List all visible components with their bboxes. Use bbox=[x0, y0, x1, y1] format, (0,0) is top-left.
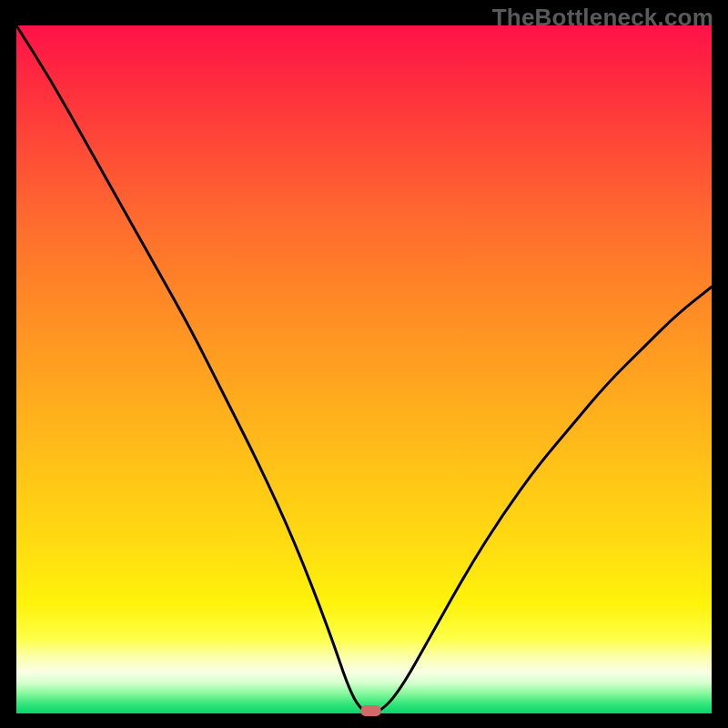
plot-area bbox=[16, 25, 712, 713]
bottleneck-curve bbox=[16, 25, 712, 713]
optimum-marker bbox=[361, 705, 381, 716]
chart-frame: TheBottleneck.com bbox=[0, 0, 728, 728]
